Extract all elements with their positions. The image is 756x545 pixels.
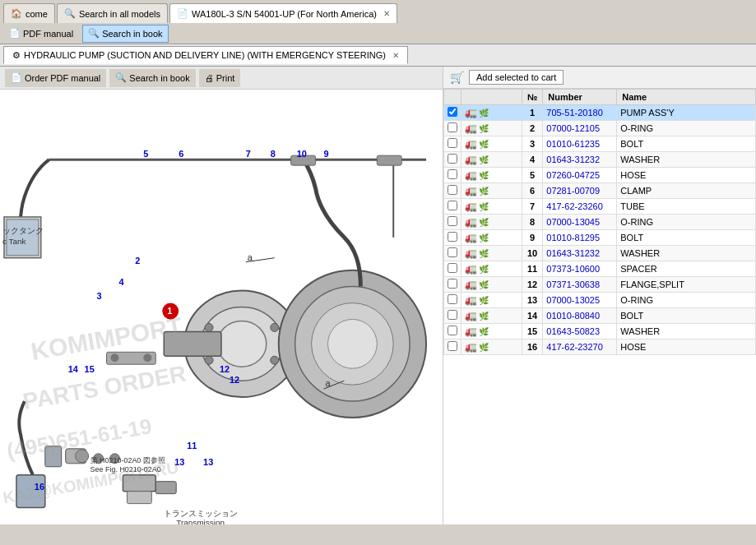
- table-row: 🚛 🌿 13 07000-13025 O-RING: [444, 293, 756, 308]
- row-checkbox-cell[interactable]: [444, 293, 461, 308]
- row-number: 2: [522, 121, 543, 136]
- row-part-number[interactable]: 417-62-23260: [543, 199, 617, 215]
- row-checkbox[interactable]: [448, 247, 457, 257]
- truck-icon: 🚛: [465, 294, 477, 306]
- row-part-name: WASHER: [617, 152, 756, 168]
- row-checkbox-cell[interactable]: [444, 105, 461, 121]
- row-checkbox-cell[interactable]: [444, 339, 461, 355]
- row-part-number[interactable]: 01010-61235: [543, 136, 617, 152]
- tree-icon: 🌿: [479, 327, 489, 336]
- svg-rect-17: [377, 155, 401, 165]
- row-part-number[interactable]: 417-62-23270: [543, 339, 617, 355]
- row-part-number[interactable]: 07373-10600: [543, 261, 617, 277]
- tab-home[interactable]: 🏠 come: [3, 3, 55, 23]
- svg-text:a: a: [248, 252, 253, 262]
- parts-panel: 🛒 Add selected to cart № Number Name: [443, 67, 756, 524]
- row-checkbox[interactable]: [448, 122, 457, 132]
- row-part-number[interactable]: 07000-13025: [543, 293, 617, 308]
- row-checkbox-cell[interactable]: [444, 152, 461, 168]
- tree-icon: 🌿: [479, 187, 489, 196]
- row-part-name: TUBE: [617, 199, 756, 215]
- row-part-number[interactable]: 07371-30638: [543, 277, 617, 293]
- parts-scroll[interactable]: № Number Name 🚛 🌿 1 705-51-20180 PUMP AS…: [443, 89, 756, 524]
- row-checkbox-cell[interactable]: [444, 277, 461, 293]
- row-checkbox[interactable]: [448, 185, 457, 195]
- row-icon-cell: 🚛 🌿: [461, 277, 522, 293]
- row-checkbox-cell[interactable]: [444, 199, 461, 215]
- svg-text:9: 9: [324, 149, 329, 159]
- search-book-icon: 🔍: [88, 28, 100, 39]
- tree-icon: 🌿: [479, 140, 489, 149]
- svg-text:See Fig. H0210-02A0: See Fig. H0210-02A0: [90, 465, 161, 473]
- row-checkbox-cell[interactable]: [444, 246, 461, 261]
- row-part-number[interactable]: 07000-12105: [543, 121, 617, 136]
- row-part-number[interactable]: 07000-13045: [543, 215, 617, 230]
- row-checkbox[interactable]: [448, 326, 457, 335]
- tree-icon: 🌿: [479, 155, 489, 164]
- row-checkbox-cell[interactable]: [444, 215, 461, 230]
- row-checkbox-cell[interactable]: [444, 136, 461, 152]
- row-checkbox[interactable]: [448, 279, 457, 289]
- row-checkbox[interactable]: [448, 310, 457, 320]
- tab-wa180[interactable]: 📄 WA180L-3 S/N 54001-UP (For North Ameri…: [169, 3, 397, 23]
- row-checkbox-cell[interactable]: [444, 121, 461, 136]
- row-checkbox[interactable]: [448, 263, 457, 273]
- row-checkbox[interactable]: [448, 341, 457, 351]
- order-pdf-icon: 📄: [11, 72, 22, 83]
- row-number: 16: [522, 339, 543, 355]
- row-checkbox[interactable]: [448, 216, 457, 226]
- wa180-icon: 📄: [177, 8, 188, 19]
- search-in-book-button[interactable]: 🔍 Search in book: [82, 25, 168, 43]
- tab-search-all-label: Search in all models: [79, 9, 160, 19]
- row-checkbox[interactable]: [448, 232, 457, 242]
- svg-text:15: 15: [85, 364, 95, 374]
- content-tab-hydraulic[interactable]: ⚙ HYDRAULIC PUMP (SUCTION AND DELIVERY L…: [3, 46, 408, 64]
- row-checkbox-cell[interactable]: [444, 261, 461, 277]
- svg-text:16: 16: [35, 482, 44, 492]
- row-checkbox-cell[interactable]: [444, 230, 461, 246]
- row-part-number[interactable]: 07281-00709: [543, 183, 617, 199]
- row-checkbox-cell[interactable]: [444, 324, 461, 339]
- svg-point-14: [271, 323, 279, 331]
- row-part-number[interactable]: 01010-80840: [543, 308, 617, 324]
- row-part-number[interactable]: 01643-31232: [543, 152, 617, 168]
- truck-icon: 🚛: [465, 201, 477, 212]
- svg-text:12: 12: [230, 375, 239, 385]
- row-part-number[interactable]: 01010-81295: [543, 230, 617, 246]
- col-name: Name: [617, 90, 756, 105]
- svg-point-12: [205, 323, 213, 331]
- row-checkbox[interactable]: [448, 107, 457, 117]
- col-icons: [461, 90, 522, 105]
- row-checkbox-cell[interactable]: [444, 168, 461, 183]
- table-row: 🚛 🌿 7 417-62-23260 TUBE: [444, 199, 756, 215]
- row-checkbox[interactable]: [448, 154, 457, 164]
- row-part-number[interactable]: 01643-31232: [543, 246, 617, 261]
- row-checkbox-cell[interactable]: [444, 308, 461, 324]
- table-row: 🚛 🌿 10 01643-31232 WASHER: [444, 246, 756, 261]
- diagram-search-book-button[interactable]: 🔍 Search in book: [109, 69, 195, 87]
- tab-search-all[interactable]: 🔍 Search in all models: [57, 3, 168, 23]
- row-checkbox[interactable]: [448, 138, 457, 148]
- main-container: 📄 Order PDF manual 🔍 Search in book 🖨 Pr…: [0, 67, 756, 524]
- row-part-name: BOLT: [617, 136, 756, 152]
- row-part-number[interactable]: 07260-04725: [543, 168, 617, 183]
- add-to-cart-button[interactable]: Add selected to cart: [469, 70, 564, 85]
- row-part-name: O-RING: [617, 293, 756, 308]
- print-button[interactable]: 🖨 Print: [199, 69, 241, 87]
- row-part-number[interactable]: 01643-50823: [543, 324, 617, 339]
- content-tab-close[interactable]: ✕: [392, 51, 399, 60]
- row-checkbox[interactable]: [448, 294, 457, 304]
- table-row: 🚛 🌿 3 01010-61235 BOLT: [444, 136, 756, 152]
- pdf-manual-button[interactable]: 📄 PDF manual: [3, 25, 79, 43]
- table-row: 🚛 🌿 4 01643-31232 WASHER: [444, 152, 756, 168]
- truck-icon: 🚛: [465, 263, 477, 275]
- order-pdf-button[interactable]: 📄 Order PDF manual: [5, 69, 106, 87]
- row-checkbox[interactable]: [448, 169, 457, 179]
- tab-wa180-close[interactable]: ✕: [383, 9, 390, 18]
- svg-text:10: 10: [297, 149, 307, 159]
- row-part-number[interactable]: 705-51-20180: [543, 105, 617, 121]
- row-checkbox-cell[interactable]: [444, 183, 461, 199]
- row-checkbox[interactable]: [448, 201, 457, 210]
- svg-text:3: 3: [97, 291, 102, 301]
- svg-text:14: 14: [68, 364, 79, 374]
